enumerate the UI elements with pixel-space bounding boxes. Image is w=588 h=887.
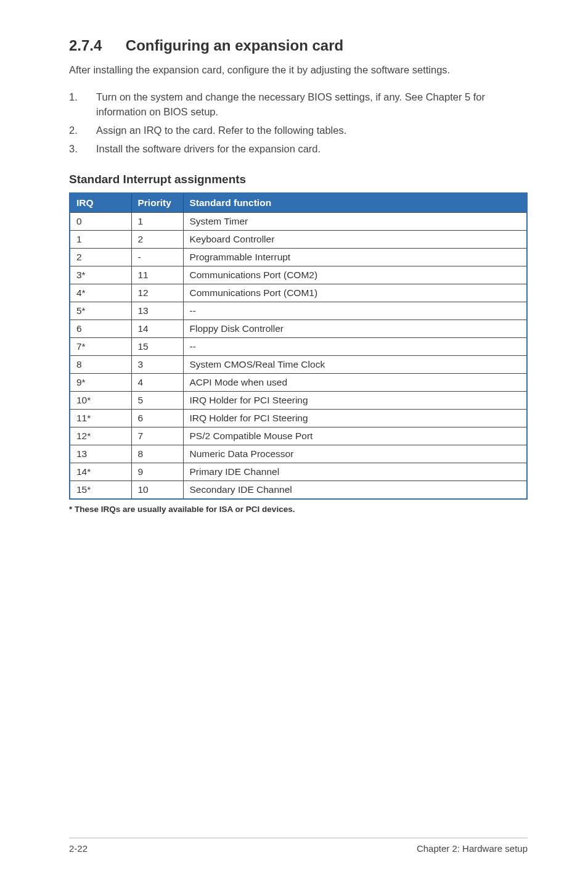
cell-irq: 4*	[70, 284, 131, 302]
table-row: 6 14 Floppy Disk Controller	[70, 320, 527, 337]
page: 2.7.4 Configuring an expansion card Afte…	[0, 0, 588, 887]
cell-irq: 9*	[70, 373, 131, 391]
cell-irq: 2	[70, 248, 131, 266]
table-row: 13 8 Numeric Data Processor	[70, 445, 527, 463]
cell-irq: 12*	[70, 427, 131, 445]
page-footer: 2-22 Chapter 2: Hardware setup	[69, 838, 528, 854]
step-number: 3.	[69, 142, 96, 157]
cell-priority: 4	[131, 373, 183, 391]
cell-function: Programmable Interrupt	[183, 248, 527, 266]
cell-priority: -	[131, 248, 183, 266]
cell-priority: 11	[131, 266, 183, 284]
intro-paragraph: After installing the expansion card, con…	[69, 63, 528, 76]
table-row: 5* 13 --	[70, 302, 527, 320]
footer-chapter: Chapter 2: Hardware setup	[417, 843, 528, 854]
cell-irq: 5*	[70, 302, 131, 320]
irq-table: IRQ Priority Standard function 0 1 Syste…	[69, 192, 528, 500]
cell-priority: 1	[131, 212, 183, 230]
cell-priority: 8	[131, 445, 183, 463]
section-title: Configuring an expansion card	[126, 37, 343, 54]
table-heading: Standard Interrupt assignments	[69, 173, 528, 186]
cell-irq: 13	[70, 445, 131, 463]
step-number: 2.	[69, 123, 96, 138]
table-row: 9* 4 ACPI Mode when used	[70, 373, 527, 391]
step-number: 1.	[69, 90, 96, 120]
cell-function: --	[183, 337, 527, 355]
cell-function: ACPI Mode when used	[183, 373, 527, 391]
cell-irq: 7*	[70, 337, 131, 355]
table-row: 4* 12 Communications Port (COM1)	[70, 284, 527, 302]
cell-function: Numeric Data Processor	[183, 445, 527, 463]
cell-irq: 8	[70, 355, 131, 373]
step-text: Turn on the system and change the necess…	[96, 90, 528, 120]
cell-priority: 15	[131, 337, 183, 355]
step-item: 1. Turn on the system and change the nec…	[69, 90, 528, 120]
cell-priority: 5	[131, 391, 183, 409]
cell-irq: 10*	[70, 391, 131, 409]
table-row: 3* 11 Communications Port (COM2)	[70, 266, 527, 284]
cell-irq: 1	[70, 230, 131, 248]
cell-function: Floppy Disk Controller	[183, 320, 527, 337]
cell-function: Keyboard Controller	[183, 230, 527, 248]
cell-irq: 11*	[70, 409, 131, 427]
table-row: 14* 9 Primary IDE Channel	[70, 463, 527, 481]
cell-priority: 14	[131, 320, 183, 337]
cell-function: --	[183, 302, 527, 320]
table-row: 11* 6 IRQ Holder for PCI Steering	[70, 409, 527, 427]
section-number: 2.7.4	[69, 37, 102, 54]
step-item: 3. Install the software drivers for the …	[69, 142, 528, 157]
cell-irq: 0	[70, 212, 131, 230]
footer-page-number: 2-22	[69, 843, 88, 854]
cell-priority: 10	[131, 481, 183, 499]
table-row: 8 3 System CMOS/Real Time Clock	[70, 355, 527, 373]
table-footnote: * These IRQs are usually available for I…	[69, 505, 528, 514]
cell-function: IRQ Holder for PCI Steering	[183, 409, 527, 427]
table-row: 15* 10 Secondary IDE Channel	[70, 481, 527, 499]
cell-function: System Timer	[183, 212, 527, 230]
steps-list: 1. Turn on the system and change the nec…	[69, 90, 528, 157]
cell-function: Primary IDE Channel	[183, 463, 527, 481]
table-header-row: IRQ Priority Standard function	[70, 193, 527, 213]
table-row: 2 - Programmable Interrupt	[70, 248, 527, 266]
cell-function: Communications Port (COM2)	[183, 266, 527, 284]
table-row: 12* 7 PS/2 Compatible Mouse Port	[70, 427, 527, 445]
cell-irq: 3*	[70, 266, 131, 284]
table-row: 1 2 Keyboard Controller	[70, 230, 527, 248]
cell-priority: 7	[131, 427, 183, 445]
cell-function: System CMOS/Real Time Clock	[183, 355, 527, 373]
table-row: 7* 15 --	[70, 337, 527, 355]
cell-function: IRQ Holder for PCI Steering	[183, 391, 527, 409]
section-heading: 2.7.4 Configuring an expansion card	[69, 37, 528, 54]
cell-function: Communications Port (COM1)	[183, 284, 527, 302]
cell-irq: 15*	[70, 481, 131, 499]
cell-priority: 13	[131, 302, 183, 320]
step-text: Install the software drivers for the exp…	[96, 142, 321, 157]
table-row: 0 1 System Timer	[70, 212, 527, 230]
cell-priority: 2	[131, 230, 183, 248]
step-item: 2. Assign an IRQ to the card. Refer to t…	[69, 123, 528, 138]
cell-priority: 12	[131, 284, 183, 302]
step-text: Assign an IRQ to the card. Refer to the …	[96, 123, 346, 138]
col-header-irq: IRQ	[70, 193, 131, 213]
cell-irq: 6	[70, 320, 131, 337]
cell-irq: 14*	[70, 463, 131, 481]
cell-priority: 9	[131, 463, 183, 481]
cell-function: Secondary IDE Channel	[183, 481, 527, 499]
cell-priority: 3	[131, 355, 183, 373]
col-header-priority: Priority	[131, 193, 183, 213]
cell-priority: 6	[131, 409, 183, 427]
cell-function: PS/2 Compatible Mouse Port	[183, 427, 527, 445]
table-row: 10* 5 IRQ Holder for PCI Steering	[70, 391, 527, 409]
col-header-function: Standard function	[183, 193, 527, 213]
